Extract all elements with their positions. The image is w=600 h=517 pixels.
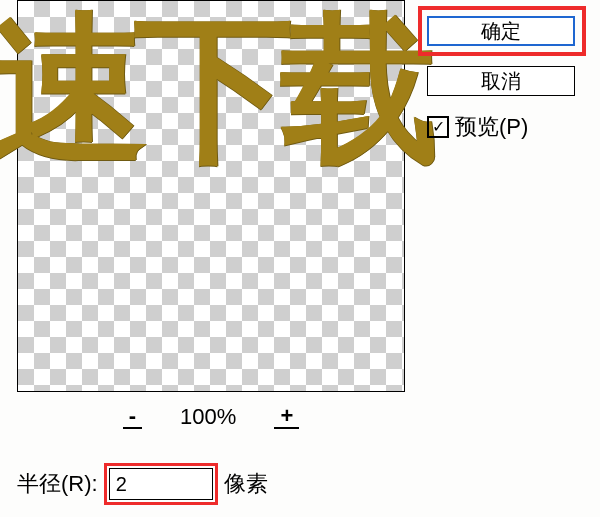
ok-button[interactable]: 确定 xyxy=(427,16,575,46)
preview-checkbox[interactable]: ✓ 预览(P) xyxy=(427,112,528,142)
zoom-out-label: - xyxy=(129,405,136,427)
zoom-in-label: + xyxy=(280,405,293,427)
zoom-value: 100% xyxy=(180,404,236,430)
ok-button-label: 确定 xyxy=(481,18,521,45)
checkbox-box: ✓ xyxy=(427,116,449,138)
cancel-button[interactable]: 取消 xyxy=(427,66,575,96)
zoom-out-button[interactable]: - xyxy=(123,405,142,429)
gaussian-blur-dialog: 速下载 - 100% + 半径(R): 像素 确定 取消 ✓ 预览(P) xyxy=(0,0,600,517)
radius-input-highlight xyxy=(104,463,218,505)
radius-unit: 像素 xyxy=(224,469,268,499)
preview-checkbox-label: 预览(P) xyxy=(455,112,528,142)
preview-sample-text: 速下载 xyxy=(0,9,426,169)
zoom-controls: - 100% + xyxy=(17,400,405,434)
check-icon: ✓ xyxy=(432,119,445,135)
preview-panel[interactable]: 速下载 xyxy=(17,0,405,392)
radius-row: 半径(R): 像素 xyxy=(17,463,268,505)
radius-input[interactable] xyxy=(109,468,213,500)
zoom-in-button[interactable]: + xyxy=(274,405,299,429)
cancel-button-label: 取消 xyxy=(481,68,521,95)
radius-label: 半径(R): xyxy=(17,469,98,499)
